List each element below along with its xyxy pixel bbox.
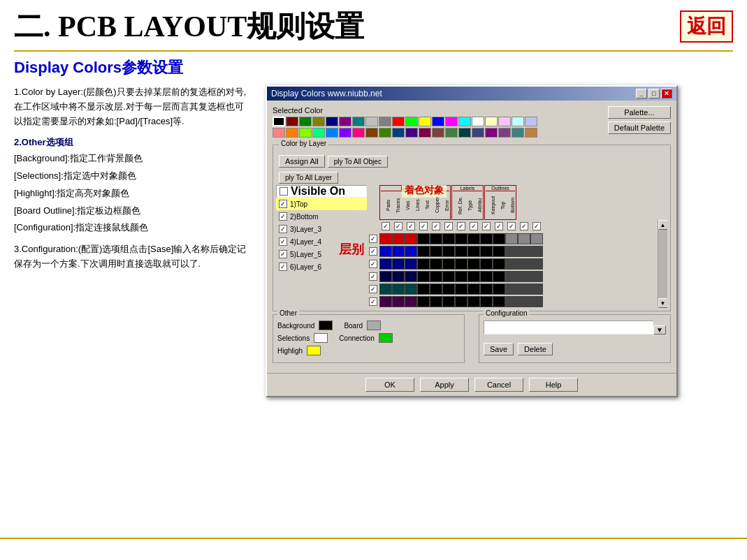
color-cell-r1-4[interactable] — [326, 117, 338, 126]
selections-swatch[interactable] — [314, 333, 328, 343]
color-cell-r1-8[interactable] — [379, 117, 391, 126]
matrix-cell-4-6[interactable] — [455, 283, 467, 295]
color-cell-r2-3[interactable] — [312, 128, 325, 138]
matrix-cell-4-3[interactable] — [417, 283, 430, 295]
color-cell-r2-12[interactable] — [432, 128, 444, 138]
matrix-cell-3-3[interactable] — [417, 271, 430, 282]
matrix-row-check-5[interactable]: ✓ — [367, 296, 379, 307]
matrix-cell-4-0[interactable] — [379, 283, 392, 295]
connection-swatch[interactable] — [379, 333, 393, 343]
color-cell-r2-7[interactable] — [365, 128, 378, 138]
matrix-cell-3-7[interactable] — [467, 271, 480, 282]
matrix-cell-3-5[interactable] — [442, 271, 455, 282]
matrix-col-check-8[interactable]: ✓ — [480, 221, 493, 232]
matrix-cell-4-2[interactable] — [405, 283, 417, 295]
matrix-cell-1-8[interactable] — [480, 246, 493, 257]
board-swatch[interactable] — [367, 320, 381, 330]
matrix-cell-1-9[interactable] — [493, 246, 505, 257]
return-button[interactable]: 返回 — [680, 10, 733, 43]
matrix-cell-0-11[interactable] — [518, 233, 530, 244]
color-cell-r1-19[interactable] — [525, 117, 537, 126]
color-cell-r1-6[interactable] — [352, 117, 365, 126]
matrix-row-check-2[interactable]: ✓ — [367, 258, 379, 270]
matrix-cell-0-6[interactable] — [455, 233, 467, 244]
scroll-up-arrow[interactable]: ▲ — [658, 220, 668, 230]
color-cell-r1-17[interactable] — [498, 117, 511, 126]
color-cell-r1-5[interactable] — [339, 117, 351, 126]
apply-to-all-obj-button[interactable]: ply To All Objec — [328, 156, 388, 168]
color-cell-r2-13[interactable] — [445, 128, 458, 138]
color-cell-r2-17[interactable] — [498, 128, 511, 138]
color-cell-r1-9[interactable] — [392, 117, 405, 126]
layer-4-checkbox[interactable]: ✓ — [279, 237, 287, 246]
matrix-cell-3-0[interactable] — [379, 271, 392, 282]
matrix-row-check-4[interactable]: ✓ — [367, 283, 379, 295]
matrix-cell-5-8[interactable] — [480, 296, 493, 307]
color-cell-r2-0[interactable] — [273, 128, 285, 138]
matrix-cell-0-10[interactable] — [505, 233, 518, 244]
matrix-cell-1-11[interactable] — [518, 246, 530, 257]
color-cell-r2-8[interactable] — [379, 128, 391, 138]
matrix-cell-2-9[interactable] — [493, 258, 505, 270]
color-cell-r2-1[interactable] — [286, 128, 298, 138]
help-button[interactable]: Help — [529, 378, 578, 392]
matrix-row-check-3[interactable]: ✓ — [367, 271, 379, 282]
matrix-cell-4-10[interactable] — [505, 283, 518, 295]
close-button[interactable]: ✕ — [661, 89, 672, 98]
matrix-cell-0-8[interactable] — [480, 233, 493, 244]
matrix-cell-5-11[interactable] — [518, 296, 530, 307]
matrix-cell-2-1[interactable] — [392, 258, 405, 270]
matrix-cell-1-4[interactable] — [430, 246, 442, 257]
color-cell-r1-1[interactable] — [286, 117, 298, 126]
color-cell-r2-14[interactable] — [458, 128, 471, 138]
matrix-cell-0-7[interactable] — [467, 233, 480, 244]
matrix-cell-5-2[interactable] — [405, 296, 417, 307]
matrix-cell-2-0[interactable] — [379, 258, 392, 270]
matrix-cell-4-4[interactable] — [430, 283, 442, 295]
matrix-cell-0-12[interactable] — [530, 233, 543, 244]
matrix-cell-5-3[interactable] — [417, 296, 430, 307]
color-cell-r2-9[interactable] — [392, 128, 405, 138]
color-cell-r2-19[interactable] — [525, 128, 537, 138]
layer-3-checkbox[interactable]: ✓ — [279, 225, 287, 233]
matrix-row-check-1[interactable]: ✓ — [367, 246, 379, 257]
matrix-cell-3-10[interactable] — [505, 271, 518, 282]
matrix-col-check-0[interactable]: ✓ — [379, 221, 392, 232]
matrix-cell-5-6[interactable] — [455, 296, 467, 307]
matrix-col-check-9[interactable]: ✓ — [493, 221, 505, 232]
layer-top-checkbox[interactable]: ✓ — [279, 200, 287, 208]
color-cell-r1-13[interactable] — [445, 117, 458, 126]
matrix-cell-2-8[interactable] — [480, 258, 493, 270]
config-dropdown-btn[interactable]: ▼ — [653, 325, 666, 334]
color-cell-r1-11[interactable] — [419, 117, 431, 126]
matrix-col-check-12[interactable]: ✓ — [530, 221, 543, 232]
matrix-cell-3-9[interactable] — [493, 271, 505, 282]
apply-to-all-layer-button[interactable]: ply To All Layer — [279, 172, 338, 184]
matrix-row-check-0[interactable]: ✓ — [367, 233, 379, 244]
color-cell-r1-2[interactable] — [299, 117, 312, 126]
matrix-cell-4-1[interactable] — [392, 283, 405, 295]
matrix-col-check-5[interactable]: ✓ — [442, 221, 455, 232]
matrix-cell-4-8[interactable] — [480, 283, 493, 295]
matrix-cell-2-5[interactable] — [442, 258, 455, 270]
matrix-col-check-7[interactable]: ✓ — [467, 221, 480, 232]
matrix-cell-1-12[interactable] — [530, 246, 543, 257]
matrix-cell-1-6[interactable] — [455, 246, 467, 257]
color-cell-r1-12[interactable] — [432, 117, 444, 126]
ok-button[interactable]: OK — [365, 378, 414, 392]
default-palette-button[interactable]: Default Palette — [608, 121, 671, 134]
color-cell-r2-4[interactable] — [326, 128, 338, 138]
color-cell-r2-6[interactable] — [352, 128, 365, 138]
matrix-cell-1-1[interactable] — [392, 246, 405, 257]
save-button[interactable]: Save — [484, 343, 514, 355]
matrix-cell-3-12[interactable] — [530, 271, 543, 282]
matrix-cell-1-3[interactable] — [417, 246, 430, 257]
matrix-cell-1-5[interactable] — [442, 246, 455, 257]
matrix-col-check-10[interactable]: ✓ — [505, 221, 518, 232]
matrix-cell-4-11[interactable] — [518, 283, 530, 295]
layer-6-checkbox[interactable]: ✓ — [279, 263, 287, 271]
matrix-cell-0-0[interactable] — [379, 233, 392, 244]
color-cell-r1-14[interactable] — [458, 117, 471, 126]
cancel-button[interactable]: Cancel — [474, 378, 523, 392]
matrix-cell-4-7[interactable] — [467, 283, 480, 295]
